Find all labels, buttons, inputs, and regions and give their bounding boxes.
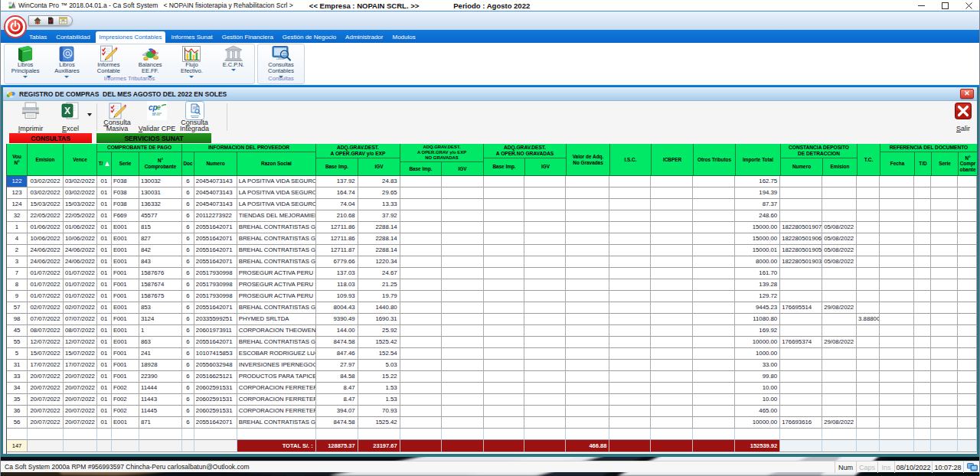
cell-numero[interactable]: 20602591531: [194, 394, 237, 406]
cell-vence[interactable]: 01/06/2022: [64, 222, 97, 233]
cell-numero[interactable]: 20335599251: [194, 314, 237, 325]
cell-rserie[interactable]: [931, 268, 958, 279]
cell-isc[interactable]: [609, 245, 651, 256]
cell-razon[interactable]: INVERSIONES IPERNEGOCIO: [237, 360, 316, 371]
cell-emision[interactable]: 17/07/2022: [28, 360, 64, 371]
cell-i2[interactable]: [442, 268, 484, 279]
cell-ncomp[interactable]: 3124: [139, 314, 182, 325]
column-header-icbper[interactable]: ICBPER: [652, 144, 694, 175]
cell-ncomp[interactable]: 1587676: [139, 268, 182, 279]
cell-otros[interactable]: [693, 314, 735, 325]
cell-ncomp[interactable]: 815: [139, 222, 182, 233]
cell-i1[interactable]: 1440.80: [358, 302, 400, 314]
menu-tab-1[interactable]: Tablas: [25, 31, 51, 43]
home-icon[interactable]: [34, 17, 41, 24]
column-header-cnum[interactable]: Numero: [781, 158, 823, 175]
cell-doc[interactable]: 6: [182, 417, 194, 429]
cell-b2[interactable]: [400, 256, 442, 268]
cell-rtd[interactable]: [914, 314, 931, 325]
cell-b2[interactable]: [400, 348, 442, 360]
cell-rserie[interactable]: [931, 314, 958, 325]
cell-cnum[interactable]: 1822805019068: [780, 233, 822, 245]
cell-icbper[interactable]: [651, 314, 693, 325]
cell-serie[interactable]: E001: [112, 256, 139, 268]
cell-rfecha[interactable]: [880, 279, 914, 291]
cell-vou[interactable]: 2: [7, 245, 28, 256]
calendar-icon[interactable]: [59, 17, 67, 24]
cell-vou[interactable]: 55: [7, 337, 28, 348]
cell-razon[interactable]: CORPORACION FERRETERA: [237, 394, 316, 406]
cell-emision[interactable]: 10/06/2022: [28, 233, 64, 245]
cell-b2[interactable]: [400, 383, 442, 394]
cell-icbper[interactable]: [651, 348, 693, 360]
cell-rserie[interactable]: [931, 394, 958, 406]
cell-importe[interactable]: 15000.00: [735, 233, 780, 245]
cell-valor[interactable]: [566, 187, 609, 199]
cell-i1[interactable]: 24.83: [358, 176, 400, 187]
cell-isc[interactable]: [609, 371, 651, 383]
cell-td[interactable]: 01: [97, 325, 112, 337]
cell-doc[interactable]: 6: [182, 302, 194, 314]
cell-vou[interactable]: 3: [7, 256, 28, 268]
maximize-button[interactable]: [933, 0, 957, 11]
cell-emision[interactable]: 02/07/2022: [28, 302, 64, 314]
cell-vence[interactable]: 17/07/2022: [64, 360, 97, 371]
cell-tc[interactable]: [857, 371, 880, 383]
cell-cemi[interactable]: 29/08/2022: [822, 302, 857, 314]
cell-rserie[interactable]: [931, 187, 958, 199]
cell-rncomp[interactable]: [958, 302, 977, 314]
cell-ncomp[interactable]: 45577: [139, 210, 182, 222]
cell-razon[interactable]: CORPORACION FERRETERA: [237, 406, 316, 417]
cell-rtd[interactable]: [914, 417, 931, 429]
cell-b3[interactable]: [484, 360, 525, 371]
cell-icbper[interactable]: [651, 210, 693, 222]
cell-icbper[interactable]: [651, 394, 693, 406]
cell-i3[interactable]: [524, 245, 566, 256]
cell-td[interactable]: 01: [97, 337, 112, 348]
cell-serie[interactable]: F038: [112, 176, 139, 187]
export-dropdown-button[interactable]: [84, 106, 94, 123]
cell-tc[interactable]: [857, 245, 880, 256]
salir-button[interactable]: Salir: [949, 103, 977, 132]
cell-vou[interactable]: 32: [7, 210, 28, 222]
cell-i3[interactable]: [524, 199, 566, 210]
cell-i2[interactable]: [442, 233, 484, 245]
cell-rfecha[interactable]: [880, 325, 914, 337]
column-header-rserie[interactable]: Serie: [932, 152, 959, 175]
cell-i2[interactable]: [442, 314, 484, 325]
cell-otros[interactable]: [693, 210, 735, 222]
cell-i2[interactable]: [442, 302, 484, 314]
cell-serie[interactable]: E001: [112, 417, 139, 429]
cell-tc[interactable]: [857, 337, 880, 348]
cell-rtd[interactable]: [914, 348, 931, 360]
cell-cnum[interactable]: [780, 268, 822, 279]
cell-isc[interactable]: [609, 233, 651, 245]
cell-b1[interactable]: 137.92: [316, 176, 358, 187]
cell-importe[interactable]: 33.00: [735, 360, 780, 371]
cell-otros[interactable]: [693, 348, 735, 360]
cell-cnum[interactable]: [780, 210, 822, 222]
cell-vou[interactable]: 31: [7, 360, 28, 371]
cell-rncomp[interactable]: [958, 383, 977, 394]
cell-b1[interactable]: 27.97: [316, 360, 358, 371]
cell-i1[interactable]: 152.54: [358, 348, 400, 360]
cell-b3[interactable]: [484, 406, 525, 417]
cell-i3[interactable]: [524, 210, 566, 222]
cell-b1[interactable]: 144.00: [316, 325, 358, 337]
cell-icbper[interactable]: [651, 245, 693, 256]
document-red-icon[interactable]: [47, 17, 54, 24]
excel-button[interactable]: X Excel: [54, 103, 87, 132]
cell-doc[interactable]: 6: [182, 210, 194, 222]
column-header-vence[interactable]: Vence: [64, 144, 97, 175]
cell-razon[interactable]: BREHAL CONTRATISTAS GE: [237, 337, 316, 348]
cell-i1[interactable]: 24.67: [358, 268, 400, 279]
cell-emision[interactable]: 20/07/2022: [28, 394, 64, 406]
cell-rtd[interactable]: [914, 210, 931, 222]
column-header-serie[interactable]: Serie: [112, 152, 139, 175]
cell-isc[interactable]: [609, 394, 651, 406]
cell-cemi[interactable]: [822, 176, 857, 187]
cell-td[interactable]: 01: [97, 406, 112, 417]
cell-doc[interactable]: 6: [182, 176, 194, 187]
cell-razon[interactable]: BREHAL CONTRATISTAS GE: [237, 233, 316, 245]
cell-vence[interactable]: 10/06/2022: [64, 233, 97, 245]
